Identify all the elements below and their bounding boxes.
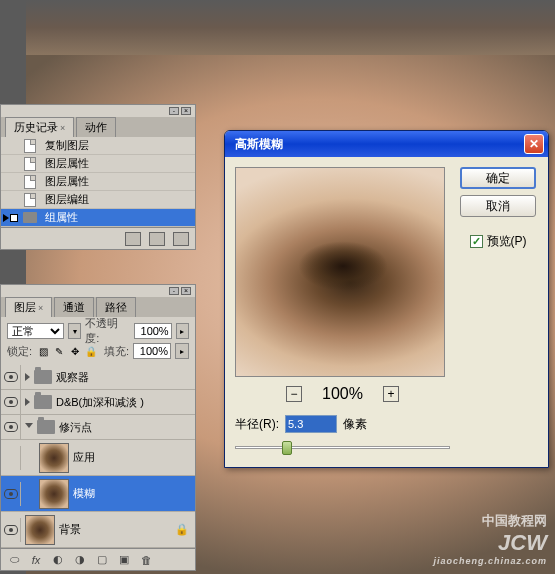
doc-icon <box>21 157 39 171</box>
radius-slider[interactable] <box>235 439 450 457</box>
preview-label: 预览(P) <box>487 233 527 250</box>
new-snapshot-icon[interactable] <box>125 232 141 246</box>
preview-checkbox[interactable]: ✓ <box>470 235 483 248</box>
tab-label: 图层 <box>14 301 36 313</box>
eye-icon <box>4 397 18 407</box>
history-footer <box>1 227 195 249</box>
panel-minimize-icon[interactable]: - <box>169 107 179 115</box>
lock-all-icon[interactable]: 🔒 <box>84 344 98 358</box>
new-doc-icon[interactable] <box>149 232 165 246</box>
eye-icon <box>4 422 18 432</box>
tab-layers[interactable]: 图层× <box>5 297 52 317</box>
cancel-button[interactable]: 取消 <box>460 195 536 217</box>
visibility-toggle[interactable] <box>1 365 21 389</box>
history-item[interactable]: 图层编组 <box>1 191 195 209</box>
history-item[interactable]: 复制图层 <box>1 137 195 155</box>
lock-trans-icon[interactable]: ▧ <box>36 344 50 358</box>
history-list: 复制图层 图层属性 图层属性 图层编组 组属性 <box>1 137 195 227</box>
lock-icon: 🔒 <box>175 523 189 536</box>
disclosure-open-icon[interactable] <box>25 423 33 432</box>
watermark-en: JCW <box>498 530 547 555</box>
doc-icon <box>21 175 39 189</box>
mask-icon[interactable]: ◐ <box>49 552 67 568</box>
button-column: 确定 取消 ✓ 预览(P) <box>458 167 538 457</box>
link-icon[interactable]: ⬭ <box>5 552 23 568</box>
layers-tabs: 图层× 通道 路径 <box>1 297 195 317</box>
zoom-value: 100% <box>322 385 363 403</box>
fill-menu-icon[interactable]: ▸ <box>175 343 189 359</box>
lock-label: 锁定: <box>7 344 32 359</box>
layer-list: 观察器 D&B(加深和减淡 ) 修污点 应用 模糊 背景🔒 <box>1 365 195 548</box>
layer-group[interactable]: D&B(加深和减淡 ) <box>1 390 195 415</box>
zoom-out-button[interactable]: − <box>286 386 302 402</box>
tab-label: 动作 <box>85 121 107 133</box>
disclosure-icon[interactable] <box>25 373 30 381</box>
history-label: 图层属性 <box>45 156 89 171</box>
layer-label: 应用 <box>73 450 95 465</box>
fx-icon[interactable]: fx <box>27 552 45 568</box>
layer-item[interactable]: 背景🔒 <box>1 512 195 548</box>
gaussian-blur-dialog: 高斯模糊 ✕ − 100% + 半径(R): 像素 确定 取消 <box>224 130 549 468</box>
watermark-cn: 中国教程网 <box>433 512 547 530</box>
history-item-selected[interactable]: 组属性 <box>1 209 195 227</box>
layer-item[interactable]: 应用 <box>1 440 195 476</box>
watermark: 中国教程网 JCW jiaocheng.chinaz.com <box>433 512 547 566</box>
ok-button[interactable]: 确定 <box>460 167 536 189</box>
blend-mode-menu-icon[interactable]: ▾ <box>68 323 81 339</box>
layer-controls: 正常 ▾ 不透明度: ▸ 锁定: ▧ ✎ ✥ 🔒 填充: ▸ <box>1 317 195 365</box>
preview-image[interactable] <box>235 167 445 377</box>
visibility-toggle[interactable] <box>1 390 21 414</box>
layer-label: 背景 <box>59 522 81 537</box>
disclosure-icon[interactable] <box>25 398 30 406</box>
radius-row: 半径(R): 像素 <box>235 415 450 433</box>
panel-close-icon[interactable]: × <box>181 287 191 295</box>
layers-footer: ⬭ fx ◐ ◑ ▢ ▣ 🗑 <box>1 548 195 570</box>
lock-move-icon[interactable]: ✥ <box>68 344 82 358</box>
layer-thumb <box>39 443 69 473</box>
history-item[interactable]: 图层属性 <box>1 155 195 173</box>
opacity-input[interactable] <box>134 323 172 339</box>
visibility-toggle[interactable] <box>1 415 21 439</box>
tab-channels[interactable]: 通道 <box>54 297 94 317</box>
tab-paths[interactable]: 路径 <box>96 297 136 317</box>
panel-minimize-icon[interactable]: - <box>169 287 179 295</box>
dialog-titlebar[interactable]: 高斯模糊 ✕ <box>225 131 548 157</box>
blend-mode-select[interactable]: 正常 <box>7 323 64 339</box>
folder-icon <box>21 211 39 225</box>
visibility-toggle[interactable] <box>1 446 21 470</box>
panel-sysbar: - × <box>1 105 195 117</box>
tab-close-icon[interactable]: × <box>38 303 43 313</box>
panel-close-icon[interactable]: × <box>181 107 191 115</box>
fill-input[interactable] <box>133 343 171 359</box>
group-icon[interactable]: ▢ <box>93 552 111 568</box>
layer-label: 模糊 <box>73 486 95 501</box>
layer-item-selected[interactable]: 模糊 <box>1 476 195 512</box>
close-button[interactable]: ✕ <box>524 134 544 154</box>
radius-label: 半径(R): <box>235 416 279 433</box>
folder-icon <box>37 420 55 434</box>
lock-icons: ▧ ✎ ✥ 🔒 <box>36 344 98 358</box>
visibility-toggle[interactable] <box>1 518 21 542</box>
visibility-toggle[interactable] <box>1 482 21 506</box>
history-item[interactable]: 图层属性 <box>1 173 195 191</box>
tab-history[interactable]: 历史记录× <box>5 117 74 137</box>
radius-input[interactable] <box>285 415 337 433</box>
slider-thumb[interactable] <box>282 441 292 455</box>
history-label: 图层编组 <box>45 192 89 207</box>
layer-group[interactable]: 修污点 <box>1 415 195 440</box>
slider-track <box>235 446 450 449</box>
tab-close-icon[interactable]: × <box>60 123 65 133</box>
layer-group[interactable]: 观察器 <box>1 365 195 390</box>
trash-icon[interactable]: 🗑 <box>137 552 155 568</box>
new-layer-icon[interactable]: ▣ <box>115 552 133 568</box>
lock-paint-icon[interactable]: ✎ <box>52 344 66 358</box>
adjust-icon[interactable]: ◑ <box>71 552 89 568</box>
dialog-body: − 100% + 半径(R): 像素 确定 取消 ✓ 预览(P) <box>225 157 548 467</box>
tab-actions[interactable]: 动作 <box>76 117 116 137</box>
eye-icon <box>4 489 18 499</box>
dialog-title: 高斯模糊 <box>235 136 524 153</box>
opacity-menu-icon[interactable]: ▸ <box>176 323 189 339</box>
zoom-in-button[interactable]: + <box>383 386 399 402</box>
trash-icon[interactable] <box>173 232 189 246</box>
layer-label: 观察器 <box>56 370 89 385</box>
